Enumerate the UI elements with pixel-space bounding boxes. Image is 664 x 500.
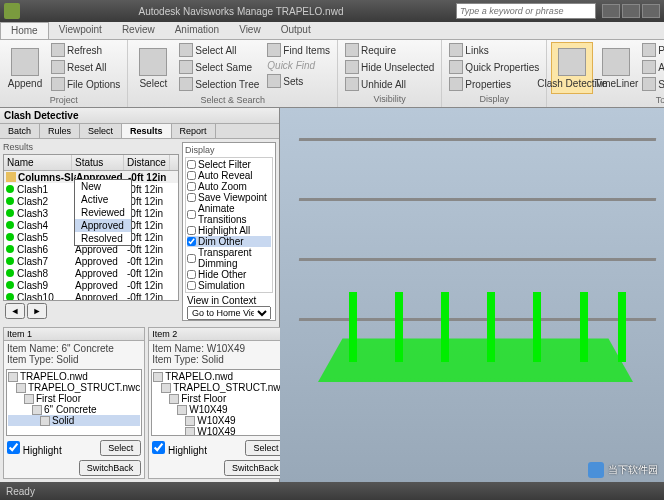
table-row[interactable]: Clash9Approved-0ft 12in bbox=[4, 279, 178, 291]
close-button[interactable] bbox=[642, 4, 660, 18]
app-logo-icon bbox=[4, 3, 20, 19]
item1-tree[interactable]: TRAPELO.nwdTRAPELO_STRUCT.nwcFirst Floor… bbox=[6, 369, 142, 436]
tree-node[interactable]: TRAPELO.nwd bbox=[8, 371, 140, 382]
tab-home[interactable]: Home bbox=[0, 22, 49, 39]
keyword-search-input[interactable] bbox=[456, 3, 596, 19]
status-dot-icon bbox=[6, 293, 14, 301]
display-option[interactable]: Dim Other bbox=[187, 236, 271, 247]
group-display-label: Display bbox=[446, 93, 542, 105]
table-row[interactable]: Clash8Approved-0ft 12in bbox=[4, 267, 178, 279]
display-option[interactable]: Simulation bbox=[187, 280, 271, 291]
app-title: Autodesk Navisworks Manage TRAPELO.nwd bbox=[26, 6, 456, 17]
tab-output[interactable]: Output bbox=[271, 22, 321, 39]
clash-detective-panel: Clash Detective Batch Rules Select Resul… bbox=[0, 108, 280, 482]
3d-viewport[interactable] bbox=[280, 108, 664, 482]
tree-node[interactable]: First Floor bbox=[8, 393, 140, 404]
selection-tree-button[interactable]: Selection Tree bbox=[176, 76, 262, 92]
item2-highlight-checkbox[interactable]: Highlight bbox=[152, 441, 207, 456]
tab-viewpoint[interactable]: Viewpoint bbox=[49, 22, 112, 39]
refresh-icon bbox=[51, 43, 65, 57]
tab-report[interactable]: Report bbox=[172, 124, 216, 138]
scripter-button[interactable]: Scripter bbox=[639, 76, 664, 92]
presenter-button[interactable]: Presenter bbox=[639, 42, 664, 58]
animator-button[interactable]: Animator bbox=[639, 59, 664, 75]
watermark-logo-icon bbox=[588, 462, 604, 478]
status-dropdown[interactable]: New Active Reviewed Approved Resolved bbox=[74, 179, 132, 246]
item1-select-button[interactable]: Select bbox=[100, 440, 141, 456]
col-name[interactable]: Name bbox=[4, 155, 72, 170]
display-option[interactable]: Highlight All bbox=[187, 225, 271, 236]
results-label: Results bbox=[3, 142, 179, 152]
tree-node[interactable]: W10X49 bbox=[153, 426, 285, 436]
quick-find-input[interactable]: Quick Find bbox=[264, 59, 333, 72]
require-button[interactable]: Require bbox=[342, 42, 437, 58]
tree-node[interactable]: First Floor bbox=[153, 393, 285, 404]
tree-node[interactable]: W10X49 bbox=[153, 404, 285, 415]
table-row[interactable]: Clash10Approved-0ft 12in bbox=[4, 291, 178, 301]
item2-box: Item 2 Item Name: W10X49Item Type: Solid… bbox=[148, 327, 290, 479]
view-context-select[interactable]: Go to Home View bbox=[187, 306, 271, 320]
unhide-all-button[interactable]: Unhide All bbox=[342, 76, 437, 92]
next-clash-button[interactable]: ► bbox=[27, 303, 47, 319]
tree-icon bbox=[8, 372, 18, 382]
item2-tree[interactable]: TRAPELO.nwdTRAPELO_STRUCT.nwcFirst Floor… bbox=[151, 369, 287, 436]
timeliner-button[interactable]: TimeLiner bbox=[595, 42, 637, 94]
table-row[interactable]: Clash7Approved-0ft 12in bbox=[4, 255, 178, 267]
tree-node[interactable]: TRAPELO_STRUCT.nwc bbox=[153, 382, 285, 393]
tab-rules[interactable]: Rules bbox=[40, 124, 80, 138]
display-option[interactable]: Hide Other bbox=[187, 269, 271, 280]
tab-animation[interactable]: Animation bbox=[165, 22, 229, 39]
display-option[interactable]: Save Viewpoint bbox=[187, 192, 271, 203]
tab-select[interactable]: Select bbox=[80, 124, 122, 138]
status-dot-icon bbox=[6, 209, 14, 217]
titlebar: Autodesk Navisworks Manage TRAPELO.nwd bbox=[0, 0, 664, 22]
select-button[interactable]: Select bbox=[132, 42, 174, 94]
item1-box: Item 1 Item Name: 6" ConcreteItem Type: … bbox=[3, 327, 145, 479]
clash-detective-button[interactable]: Clash Detective bbox=[551, 42, 593, 94]
sets-button[interactable]: Sets bbox=[264, 73, 333, 89]
minimize-button[interactable] bbox=[602, 4, 620, 18]
properties-button[interactable]: Properties bbox=[446, 76, 542, 92]
tree-node[interactable]: 6" Concrete bbox=[8, 404, 140, 415]
status-dot-icon bbox=[6, 245, 14, 253]
tab-results[interactable]: Results bbox=[122, 124, 172, 138]
tab-view[interactable]: View bbox=[229, 22, 271, 39]
find-items-button[interactable]: Find Items bbox=[264, 42, 333, 58]
panel-title: Clash Detective bbox=[0, 108, 279, 124]
col-distance[interactable]: Distance bbox=[124, 155, 170, 170]
item1-highlight-checkbox[interactable]: Highlight bbox=[7, 441, 62, 456]
status-dot-icon bbox=[6, 185, 14, 193]
refresh-button[interactable]: Refresh bbox=[48, 42, 123, 58]
display-option[interactable]: Auto Zoom bbox=[187, 181, 271, 192]
display-option[interactable]: Select Filter bbox=[187, 159, 271, 170]
tree-icon bbox=[24, 394, 34, 404]
append-button[interactable]: Append bbox=[4, 42, 46, 94]
display-option[interactable]: Auto Reveal bbox=[187, 170, 271, 181]
tree-node[interactable]: TRAPELO.nwd bbox=[153, 371, 285, 382]
quick-properties-button[interactable]: Quick Properties bbox=[446, 59, 542, 75]
file-options-button[interactable]: File Options bbox=[48, 76, 123, 92]
tab-review[interactable]: Review bbox=[112, 22, 165, 39]
tree-node[interactable]: Solid bbox=[8, 415, 140, 426]
item2-switchback-button[interactable]: SwitchBack bbox=[224, 460, 287, 476]
select-all-button[interactable]: Select All bbox=[176, 42, 262, 58]
display-option[interactable]: Animate Transitions bbox=[187, 203, 271, 225]
prev-clash-button[interactable]: ◄ bbox=[5, 303, 25, 319]
maximize-button[interactable] bbox=[622, 4, 640, 18]
ribbon-tabs: Home Viewpoint Review Animation View Out… bbox=[0, 22, 664, 40]
tree-icon bbox=[16, 383, 26, 393]
display-option[interactable]: Transparent Dimming bbox=[187, 247, 271, 269]
tree-node[interactable]: TRAPELO_STRUCT.nwc bbox=[8, 382, 140, 393]
select-same-button[interactable]: Select Same bbox=[176, 59, 262, 75]
item1-switchback-button[interactable]: SwitchBack bbox=[79, 460, 142, 476]
status-dot-icon bbox=[6, 233, 14, 241]
reset-all-button[interactable]: Reset All bbox=[48, 59, 123, 75]
clash-results-table[interactable]: Name Status Distance Columns-Slab 1 Appr… bbox=[3, 154, 179, 301]
col-status[interactable]: Status bbox=[72, 155, 124, 170]
links-button[interactable]: Links bbox=[446, 42, 542, 58]
hide-unselected-button[interactable]: Hide Unselected bbox=[342, 59, 437, 75]
tree-node[interactable]: W10X49 bbox=[153, 415, 285, 426]
tree-icon bbox=[40, 416, 50, 426]
group-visibility-label: Visibility bbox=[342, 93, 437, 105]
tab-batch[interactable]: Batch bbox=[0, 124, 40, 138]
